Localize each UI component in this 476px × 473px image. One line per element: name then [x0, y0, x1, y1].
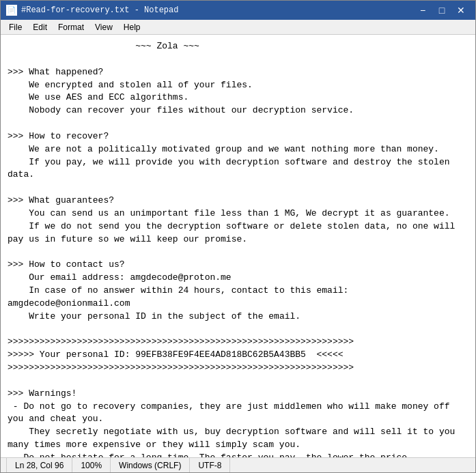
notepad-window: 📄 #Read-for-recovery.txt - Notepad − □ ✕…: [0, 0, 476, 473]
menu-file[interactable]: File: [3, 21, 27, 33]
title-bar: 📄 #Read-for-recovery.txt - Notepad − □ ✕: [1, 1, 475, 20]
title-bar-left: 📄 #Read-for-recovery.txt - Notepad: [6, 5, 178, 16]
title-bar-controls: − □ ✕: [414, 3, 470, 17]
menu-help[interactable]: Help: [118, 21, 146, 33]
maximize-button[interactable]: □: [433, 3, 451, 17]
menu-bar: File Edit Format View Help: [1, 20, 475, 35]
line-ending: Windows (CRLF): [111, 458, 190, 472]
menu-edit[interactable]: Edit: [27, 21, 53, 33]
text-content[interactable]: ~~~ Zola ~~~ >>> What happened? We encry…: [1, 35, 475, 457]
status-bar: Ln 28, Col 96 100% Windows (CRLF) UTF-8: [1, 457, 475, 472]
menu-format[interactable]: Format: [53, 21, 89, 33]
minimize-button[interactable]: −: [414, 3, 432, 17]
window-title: #Read-for-recovery.txt - Notepad: [21, 5, 178, 15]
encoding: UTF-8: [190, 458, 230, 472]
zoom-level: 100%: [72, 458, 111, 472]
notepad-icon: 📄: [6, 5, 17, 16]
menu-view[interactable]: View: [89, 21, 118, 33]
cursor-position: Ln 28, Col 96: [6, 458, 72, 472]
close-button[interactable]: ✕: [452, 3, 470, 17]
